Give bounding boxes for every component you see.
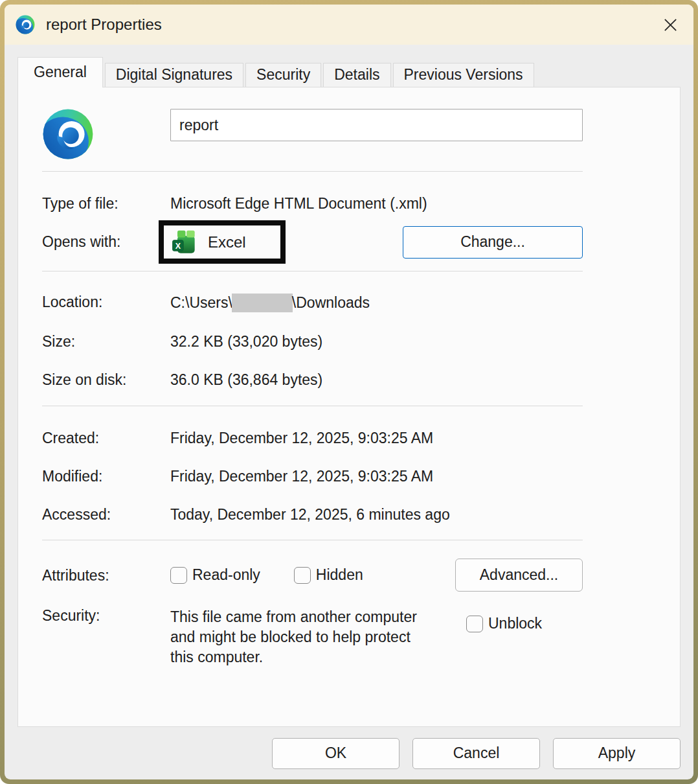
advanced-button[interactable]: Advanced... xyxy=(455,559,583,592)
hidden-checkbox[interactable] xyxy=(294,567,311,584)
title-bar: report Properties xyxy=(5,5,693,45)
tab-previous-versions[interactable]: Previous Versions xyxy=(393,63,534,87)
unblock-checkbox[interactable] xyxy=(466,616,483,632)
close-button[interactable] xyxy=(657,12,683,38)
created-row: Created: Friday, December 12, 2025, 9:03… xyxy=(42,430,583,447)
location-row: Location: C:\Users\\Downloads xyxy=(42,294,583,312)
opens-with-app-name: Excel xyxy=(208,233,246,251)
accessed-row: Accessed: Today, December 12, 2025, 6 mi… xyxy=(42,506,583,524)
type-of-file-row: Type of file: Microsoft Edge HTML Docume… xyxy=(42,195,583,213)
cancel-button[interactable]: Cancel xyxy=(412,738,540,769)
attributes-row: Attributes: Read-only Hidden Advanced... xyxy=(42,559,583,592)
dialog-footer: OK Cancel Apply xyxy=(5,727,693,779)
redacted-username xyxy=(232,294,293,312)
location-prefix: C:\Users\ xyxy=(170,294,232,311)
size-on-disk-label: Size on disk: xyxy=(42,371,170,389)
hidden-label: Hidden xyxy=(316,566,363,584)
readonly-checkbox-item[interactable]: Read-only xyxy=(170,566,260,584)
security-label: Security: xyxy=(42,607,170,625)
unblock-label: Unblock xyxy=(488,615,542,632)
modified-value: Friday, December 12, 2025, 9:03:25 AM xyxy=(170,468,433,485)
opens-with-row: Opens with: Excel Change... xyxy=(42,220,583,264)
tab-strip: General Digital Signatures Security Deta… xyxy=(17,57,681,87)
size-on-disk-row: Size on disk: 36.0 KB (36,864 bytes) xyxy=(42,371,583,389)
opens-with-highlight-box: Excel xyxy=(159,220,286,264)
tab-details[interactable]: Details xyxy=(323,63,390,87)
change-button[interactable]: Change... xyxy=(403,226,583,259)
tab-general[interactable]: General xyxy=(17,57,103,87)
dialog-surface: report Properties General Digital Signat… xyxy=(5,5,693,779)
hidden-checkbox-item[interactable]: Hidden xyxy=(294,566,363,584)
file-name-row xyxy=(42,108,583,161)
size-on-disk-value: 36.0 KB (36,864 bytes) xyxy=(170,371,322,389)
opens-with-label: Opens with: xyxy=(42,233,170,251)
location-label: Location: xyxy=(42,294,170,311)
location-suffix: \Downloads xyxy=(292,294,370,311)
apply-button[interactable]: Apply xyxy=(553,738,681,769)
accessed-label: Accessed: xyxy=(42,506,170,524)
general-tab-panel: Type of file: Microsoft Edge HTML Docume… xyxy=(17,87,681,727)
properties-dialog: report Properties General Digital Signat… xyxy=(0,0,698,784)
size-value: 32.2 KB (33,020 bytes) xyxy=(170,333,322,351)
modified-row: Modified: Friday, December 12, 2025, 9:0… xyxy=(42,468,583,485)
size-label: Size: xyxy=(42,333,170,351)
type-of-file-value: Microsoft Edge HTML Document (.xml) xyxy=(170,195,427,213)
edge-file-icon xyxy=(42,108,94,160)
divider xyxy=(42,540,583,540)
close-icon xyxy=(663,17,678,32)
file-name-input[interactable] xyxy=(170,109,583,141)
security-text: This file came from another computer and… xyxy=(170,607,436,667)
type-of-file-label: Type of file: xyxy=(42,195,170,213)
readonly-label: Read-only xyxy=(192,566,260,584)
edge-icon xyxy=(16,15,35,34)
accessed-value: Today, December 12, 2025, 6 minutes ago xyxy=(170,506,450,524)
location-value: C:\Users\\Downloads xyxy=(170,294,370,312)
divider xyxy=(42,171,583,172)
unblock-checkbox-item[interactable]: Unblock xyxy=(466,607,542,632)
divider xyxy=(42,271,583,271)
tab-security[interactable]: Security xyxy=(245,63,321,87)
divider xyxy=(42,406,583,406)
created-value: Friday, December 12, 2025, 9:03:25 AM xyxy=(170,430,433,447)
tab-digital-signatures[interactable]: Digital Signatures xyxy=(105,63,243,87)
window-title: report Properties xyxy=(46,16,162,34)
security-row: Security: This file came from another co… xyxy=(42,607,583,667)
attributes-label: Attributes: xyxy=(42,559,170,584)
size-row: Size: 32.2 KB (33,020 bytes) xyxy=(42,333,583,351)
ok-button[interactable]: OK xyxy=(272,738,400,769)
modified-label: Modified: xyxy=(42,468,170,485)
attributes-checkbox-group: Read-only Hidden xyxy=(170,559,363,584)
created-label: Created: xyxy=(42,430,170,447)
excel-icon xyxy=(171,229,197,255)
readonly-checkbox[interactable] xyxy=(170,567,187,584)
